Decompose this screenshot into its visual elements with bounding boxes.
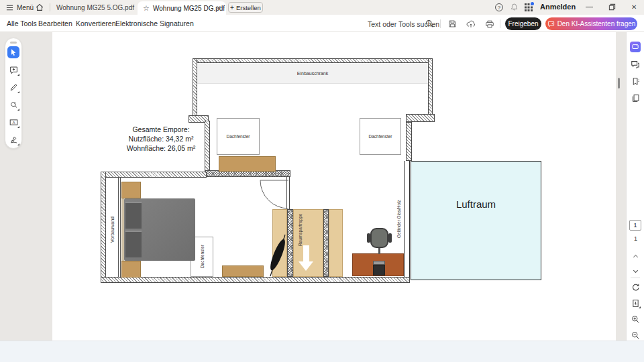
page-number-input[interactable]: 1 (629, 220, 641, 231)
einbauschrank-label: Einbauschrank (297, 71, 328, 76)
help-icon[interactable]: ? (495, 3, 503, 11)
divider (50, 3, 50, 11)
chair-armrest (367, 233, 370, 243)
summary-line-3: Wohnfläche: 26,05 m² (111, 143, 211, 153)
menu-konvertieren[interactable]: Konvertieren (76, 19, 116, 27)
menu-label: Menü (17, 4, 34, 11)
dachfenster-box: Dachfenster (360, 118, 401, 155)
apps-grid-icon[interactable] (525, 3, 533, 11)
minimize-button[interactable] (586, 7, 593, 7)
nightstand (121, 182, 141, 198)
stairs-arrow-head (299, 261, 313, 271)
divider (500, 19, 500, 28)
tab-inactive[interactable]: Wohnung MG25 5.OG.pdf (56, 0, 134, 15)
vorbauwand-label: Vorbauwand (105, 193, 119, 267)
previous-page-icon[interactable] (630, 251, 641, 261)
create-label: Erstellen (236, 4, 261, 11)
office-chair (370, 228, 388, 248)
plus-icon: + (230, 4, 234, 11)
gelaender-label: Geländer Glas/Holz (394, 196, 402, 243)
wall (101, 277, 410, 283)
home-icon (35, 3, 44, 12)
divider (631, 278, 640, 278)
wall (406, 122, 412, 161)
stairs-panel (329, 209, 343, 277)
signin-button[interactable]: Anmelden (540, 3, 576, 11)
upload-cloud-icon[interactable] (466, 19, 476, 29)
notification-dot (531, 2, 534, 5)
restore-button[interactable] (608, 3, 616, 11)
tab-close-icon[interactable]: ✕ (216, 5, 221, 11)
taskbar: Suche ⚙ A (0, 341, 644, 362)
door-swing (259, 176, 291, 210)
rotate-page-icon[interactable] (630, 282, 641, 292)
pillow (125, 202, 142, 229)
next-page-icon[interactable] (630, 265, 641, 276)
fit-page-icon[interactable] (630, 298, 641, 308)
wall (406, 114, 435, 122)
right-sidebar: 1 1 (626, 32, 644, 341)
divider (440, 19, 441, 28)
ai-assistant-button[interactable]: Den KI-Assistenten fragen (545, 17, 637, 30)
dachfenster-box: Dachfenster (217, 118, 260, 155)
comments-panel-icon[interactable] (630, 59, 641, 70)
ai-assistant-panel-icon[interactable] (630, 42, 641, 52)
titlebar: Menü Wohnung MG25 5.OG.pdf ☆ Wohnung MG2… (0, 0, 644, 15)
pillow (125, 231, 142, 257)
stairs-arrow-shaft (303, 245, 309, 261)
luftraum: Luftraum (411, 161, 541, 280)
floor-plan: Einbauschrank Luftraum Dachfenster Dachf… (0, 32, 644, 341)
star-icon[interactable]: ☆ (143, 4, 150, 13)
menu-button[interactable]: Menü (6, 0, 34, 15)
raumspartreppe-label: Raumspartreppe (296, 211, 304, 248)
menu-bearbeiten[interactable]: Bearbeiten (38, 19, 72, 27)
pages-panel-icon[interactable] (630, 93, 641, 103)
area-summary: Gesamte Empore: Nutzfläche: 34,32 m² Woh… (111, 125, 211, 153)
create-button[interactable]: + Erstellen (228, 2, 263, 13)
home-button[interactable] (35, 3, 44, 12)
search-icon[interactable] (425, 19, 434, 28)
print-icon[interactable] (485, 19, 494, 29)
chair-stem (378, 248, 380, 254)
zoom-out-icon[interactable] (630, 330, 641, 341)
nightstand (121, 261, 141, 278)
menu-e-signaturen[interactable]: Elektronische Signaturen (115, 19, 194, 27)
notifications-bell-icon[interactable] (510, 3, 519, 11)
luftraum-label: Luftraum (411, 198, 541, 210)
plant (267, 232, 290, 278)
toolbar: Alle Tools Bearbeiten Konvertieren Elekt… (0, 15, 644, 32)
sideboard (219, 156, 276, 172)
hamburger-icon (6, 4, 13, 11)
railing (404, 161, 410, 277)
share-button[interactable]: Freigeben (505, 17, 541, 30)
screen: Menü Wohnung MG25 5.OG.pdf ☆ Wohnung MG2… (0, 0, 644, 362)
menu-alle-tools[interactable]: Alle Tools (7, 19, 37, 27)
wall (193, 58, 197, 122)
zoom-in-icon[interactable] (630, 314, 641, 324)
monitor (373, 265, 385, 276)
einbauschrank: Einbauschrank (197, 63, 428, 84)
wall (428, 58, 433, 115)
wall (193, 58, 433, 63)
ai-chat-icon (547, 20, 555, 27)
tab-active[interactable]: ☆ Wohnung MG25 DG.pdf ✕ (138, 1, 226, 15)
close-button[interactable]: ✕ (631, 3, 637, 11)
wall (101, 172, 207, 178)
summary-line-1: Gesamte Empore: (111, 125, 211, 134)
bookmarks-panel-icon[interactable] (630, 76, 641, 86)
tab-active-label: Wohnung MG25 DG.pdf (153, 5, 225, 12)
chair-armrest (388, 233, 392, 243)
save-icon[interactable] (448, 19, 457, 28)
sideboard (222, 265, 264, 277)
stairs-rail (323, 209, 329, 277)
summary-line-2: Nutzfläche: 34,32 m² (111, 134, 211, 143)
page-total: 1 (627, 235, 644, 242)
